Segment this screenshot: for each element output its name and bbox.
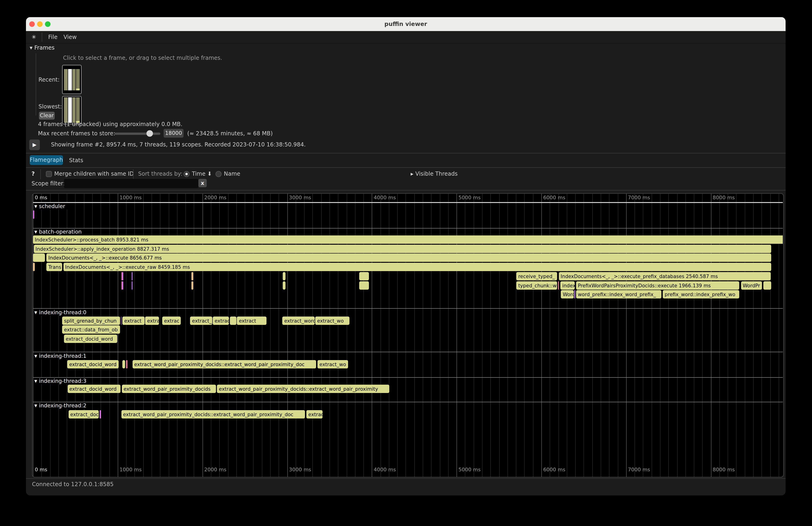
flame-bar[interactable]: receive_typed_	[516, 272, 557, 280]
flame-bar[interactable]	[33, 263, 34, 271]
flame-bar[interactable]	[33, 253, 45, 262]
axis-tick-label: 5000 ms	[459, 195, 481, 201]
help-button[interactable]: ?	[31, 171, 35, 177]
flame-bar[interactable]: extract_	[190, 317, 212, 325]
flame-bar[interactable]: IndexDocuments<_, _>::execute 8656.677 m…	[47, 253, 771, 262]
flame-bar[interactable]: IndexDocuments<_, _>::execute_raw 8459.1…	[63, 263, 771, 271]
flame-bar[interactable]: IndexDocuments<_, _>::execute_prefix_dat…	[559, 272, 771, 280]
flame-bar[interactable]: extract_docid_word	[64, 335, 117, 343]
flame-bar[interactable]: extract::data_from_ob	[62, 325, 120, 334]
flame-bar[interactable]: Trans	[47, 263, 62, 271]
flame-bar[interactable]	[283, 272, 286, 280]
collapsed-triangle-icon: ▶	[411, 172, 414, 176]
section-separator-line	[33, 352, 783, 352]
flame-bar[interactable]	[359, 272, 369, 280]
flame-bar[interactable]: extract_doc	[68, 410, 99, 419]
flame-bar[interactable]: extrac	[162, 317, 181, 325]
flame-bar[interactable]: extract_word_pair_proximity_docids	[122, 385, 216, 393]
flame-bar[interactable]: extrac	[307, 410, 323, 419]
theme-toggle-icon[interactable]: ✳	[31, 31, 36, 43]
sort-name-label[interactable]: Name	[224, 171, 240, 177]
flame-bar[interactable]: extract_word	[282, 317, 315, 325]
flame-bar[interactable]: extract_docid_word	[68, 360, 119, 368]
frame-stripe	[76, 97, 80, 123]
flame-bar[interactable]: WordPr	[741, 281, 762, 290]
sort-time-radio[interactable]	[184, 171, 190, 177]
flame-bar[interactable]: Word	[561, 290, 574, 298]
flamegraph-canvas[interactable]: 0 ms0 ms1000 ms1000 ms2000 ms2000 ms3000…	[32, 193, 784, 477]
flame-bar[interactable]: extract	[237, 317, 266, 325]
clear-filter-button[interactable]: x	[198, 179, 207, 187]
flame-bar[interactable]	[191, 281, 193, 290]
title-bar[interactable]: puffin viewer	[26, 17, 786, 31]
flame-bar[interactable]: index	[560, 281, 575, 290]
flame-bar[interactable]: extract_word_pair_proximity_docids::extr…	[121, 410, 305, 419]
flame-bar[interactable]	[100, 410, 101, 419]
tab-flamegraph[interactable]: Flamegraph	[30, 155, 63, 165]
max-frames-slider[interactable]	[115, 133, 160, 135]
section-separator-line	[33, 228, 783, 228]
flame-bar[interactable]: extract_docid_word	[68, 385, 120, 393]
frames-section-header[interactable]: ▼Frames	[30, 44, 55, 51]
flame-bar[interactable]	[283, 281, 286, 290]
flame-bar[interactable]: word_prefix::index_word_prefix_	[576, 290, 661, 298]
flame-bar[interactable]	[121, 317, 121, 325]
flame-bar[interactable]	[763, 281, 771, 290]
axis-tick-label: 1000 ms	[119, 195, 142, 201]
flame-bar[interactable]	[230, 317, 236, 325]
merge-children-label[interactable]: Merge children with same ID	[54, 171, 134, 177]
merge-children-checkbox[interactable]	[46, 171, 52, 177]
flame-bar[interactable]	[132, 272, 132, 280]
flame-bar[interactable]	[558, 281, 559, 290]
clear-button[interactable]: Clear	[39, 112, 55, 120]
flame-bar[interactable]	[122, 281, 123, 290]
flame-bar[interactable]	[191, 272, 193, 280]
visible-threads-toggle[interactable]: ▶Visible Threads	[411, 171, 458, 177]
flame-bar[interactable]: typed_chunk::w	[516, 281, 557, 290]
flame-bar[interactable]: extra	[145, 317, 159, 325]
flame-bar[interactable]: IndexScheduler>::apply_index_operation 8…	[33, 245, 771, 253]
thread-header-batch-operation[interactable]: ▼batch-operation	[34, 229, 84, 235]
flame-bar[interactable]	[122, 272, 123, 280]
menu-file[interactable]: File	[48, 31, 57, 43]
flame-bar[interactable]	[33, 210, 34, 219]
play-button[interactable]: ▶	[29, 140, 40, 150]
flame-bar[interactable]: extract_word_pair_proximity_docids::extr…	[217, 385, 389, 393]
axis-tick-label: 2000 ms	[204, 467, 227, 473]
axis-tick-label: 8000 ms	[713, 195, 735, 201]
flame-bar[interactable]	[122, 360, 125, 368]
collapse-triangle-icon: ▼	[34, 230, 37, 234]
tab-stats[interactable]: Stats	[69, 157, 83, 164]
flame-bar[interactable]: extract_word_pair_proximity_docids::extr…	[132, 360, 316, 368]
menu-view[interactable]: View	[63, 31, 77, 43]
flame-bar[interactable]	[126, 360, 128, 368]
max-frames-value[interactable]: 18000	[164, 129, 184, 138]
thread-header-scheduler[interactable]: ▼scheduler	[34, 203, 68, 209]
flame-bar[interactable]	[575, 290, 575, 298]
axis-tick-label: 1000 ms	[119, 467, 142, 473]
flame-bar[interactable]: extract_	[213, 317, 229, 325]
flame-bar[interactable]: extract	[122, 317, 145, 325]
frame-stripe	[68, 97, 72, 123]
flame-bar[interactable]: PrefixWordPairsProximityDocids::execute …	[576, 281, 739, 290]
flame-bar[interactable]	[132, 281, 132, 290]
thread-header-indexing-thread-1[interactable]: ▼indexing-thread:1	[34, 353, 89, 359]
flame-bar[interactable]	[359, 281, 369, 290]
sort-name-radio[interactable]	[216, 171, 221, 177]
recent-frames-thumbnail[interactable]	[62, 65, 82, 94]
flame-bar[interactable]: IndexScheduler>::process_batch 8953.821 …	[33, 235, 783, 244]
flame-bar[interactable]: extract_wo	[318, 360, 348, 368]
thread-header-indexing-thread-3[interactable]: ▼indexing-thread:3	[34, 378, 89, 384]
slider-knob[interactable]	[146, 130, 153, 137]
flame-bar[interactable]: extract_wo	[315, 317, 349, 325]
scope-filter-input[interactable]	[64, 179, 198, 188]
controls-divider	[133, 169, 133, 179]
flame-bar[interactable]: split_grenad_by_chun	[62, 317, 120, 325]
thread-header-indexing-thread-0[interactable]: ▼indexing-thread:0	[34, 309, 89, 316]
flamegraph-plot-area[interactable]: 0 ms0 ms1000 ms1000 ms2000 ms2000 ms3000…	[33, 194, 783, 477]
slowest-label: Slowest:	[39, 103, 62, 110]
flame-bar[interactable]: prefix_word::index_prefix_wo	[663, 290, 739, 298]
sort-time-label[interactable]: Time ⬇	[192, 171, 212, 177]
thread-header-indexing-thread-2[interactable]: ▼indexing-thread:2	[34, 402, 89, 409]
slowest-frames-thumbnail[interactable]	[62, 96, 82, 124]
